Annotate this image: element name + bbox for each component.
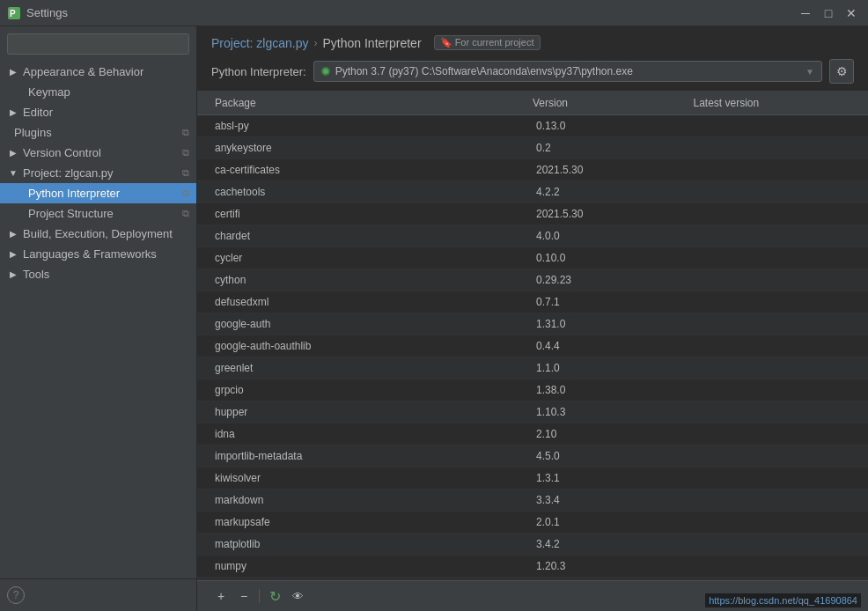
table-row[interactable]: importlib-metadata 4.5.0 [197,445,868,467]
sidebar-item-version-control-label: Version Control [23,146,101,159]
package-name: absl-py [211,118,533,134]
table-row[interactable]: matplotlib 3.4.2 [197,534,868,556]
package-version: 1.31.0 [533,316,694,332]
sidebar-item-build-exec[interactable]: ▶ Build, Execution, Deployment [0,224,196,244]
package-name: hupper [211,404,533,420]
table-row[interactable]: ca-certificates 2021.5.30 [197,159,868,181]
table-row[interactable]: anykeystore 0.2 [197,137,868,159]
table-row[interactable]: grpcio 1.38.0 [197,379,868,401]
content-header: Project: zlgcan.py › Python Interpreter … [197,26,868,92]
sidebar-item-languages[interactable]: ▶ Languages & Frameworks [0,244,196,264]
sidebar-item-editor[interactable]: ▶ Editor [0,102,196,122]
package-latest [694,470,855,486]
sidebar-item-languages-label: Languages & Frameworks [23,247,157,261]
package-name: cycler [211,250,533,266]
table-row[interactable]: hupper 1.10.3 [197,401,868,423]
copy-icon-python-interpreter: ⧉ [182,188,189,199]
refresh-packages-button[interactable]: ↻ [265,586,284,606]
package-version: 0.29.23 [533,272,694,288]
sidebar-item-plugins-label: Plugins [14,126,52,139]
package-version: 2021.5.30 [533,162,694,178]
breadcrumb-badge: 🔖 For current project [434,35,541,50]
table-row[interactable]: markdown 3.3.4 [197,490,868,512]
package-latest [694,536,855,552]
toggle-details-button[interactable]: 👁 [288,586,307,606]
sidebar-item-project-structure[interactable]: Project Structure ⧉ [0,203,196,224]
sidebar-item-python-interpreter[interactable]: Python Interpreter ⧉ [0,183,196,203]
content-area: Project: zlgcan.py › Python Interpreter … [197,26,868,611]
maximize-button[interactable]: □ [819,4,838,23]
package-version: 1.20.3 [533,558,694,574]
sidebar-item-plugins[interactable]: Plugins ⧉ [0,122,196,143]
interpreter-row: Python Interpreter: Python 3.7 (py37) C:… [211,59,854,84]
toolbar-separator [259,589,260,603]
close-button[interactable]: ✕ [842,4,861,23]
table-row[interactable]: cython 0.29.23 [197,269,868,291]
package-version: 2.0.1 [533,514,694,530]
sidebar-item-tools[interactable]: ▶ Tools [0,264,196,284]
main-layout: ▶ Appearance & Behavior Keymap ▶ Editor … [0,26,868,611]
copy-icon-project: ⧉ [182,167,189,179]
package-version: 1.1.0 [533,360,694,376]
package-latest [694,448,855,464]
table-row[interactable]: numpy 1.20.3 [197,556,868,578]
package-name: kiwisolver [211,470,533,486]
table-row[interactable]: markupsafe 2.0.1 [197,512,868,534]
interpreter-gear-button[interactable]: ⚙ [829,59,854,84]
sidebar-item-python-interpreter-label: Python Interpreter [28,187,120,200]
table-row[interactable]: certifi 2021.5.30 [197,203,868,225]
minimize-button[interactable]: ─ [796,4,815,23]
sidebar-item-version-control[interactable]: ▶ Version Control ⧉ [0,143,196,163]
copy-icon-plugins: ⧉ [182,127,189,138]
table-row[interactable]: defusedxml 0.7.1 [197,291,868,313]
table-row[interactable]: cycler 0.10.0 [197,247,868,269]
table-row[interactable]: google-auth-oauthlib 0.4.4 [197,335,868,357]
package-latest [694,162,855,178]
package-name: google-auth-oauthlib [211,338,533,354]
package-name: google-auth [211,316,533,332]
sidebar-item-keymap[interactable]: Keymap [0,82,196,102]
package-version: 4.0.0 [533,228,694,244]
package-name: grpcio [211,382,533,398]
package-name: matplotlib [211,536,533,552]
sidebar-item-project-structure-label: Project Structure [28,207,114,220]
package-latest [694,492,855,508]
package-version: 2.10 [533,426,694,442]
package-version: 3.3.4 [533,492,694,508]
package-version: 1.10.3 [533,404,694,420]
interpreter-select[interactable]: Python 3.7 (py37) C:\Software\Anaconda\e… [313,61,822,82]
package-version: 0.10.0 [533,250,694,266]
search-input[interactable] [7,33,189,55]
sidebar-item-project[interactable]: ▼ Project: zlgcan.py ⧉ [0,163,196,183]
table-row[interactable]: google-auth 1.31.0 [197,313,868,335]
package-name: markdown [211,492,533,508]
table-row[interactable]: kiwisolver 1.3.1 [197,467,868,490]
package-latest [694,360,855,376]
package-version: 1.38.0 [533,382,694,398]
table-row[interactable]: absl-py 0.13.0 [197,115,868,137]
expand-arrow-version-control: ▶ [7,147,19,159]
help-button[interactable]: ? [7,586,25,604]
interpreter-status-dot [321,67,330,76]
table-row[interactable]: cachetools 4.2.2 [197,181,868,203]
package-name: ca-certificates [211,162,533,178]
package-name: cython [211,272,533,288]
sidebar-item-build-exec-label: Build, Execution, Deployment [23,227,173,240]
breadcrumb-separator: › [314,37,318,49]
sidebar-item-keymap-label: Keymap [28,85,70,99]
package-version: 0.13.0 [533,118,694,134]
table-body: absl-py 0.13.0 anykeystore 0.2 ca-certif… [197,115,868,580]
package-latest [694,184,855,200]
add-package-button[interactable]: + [211,586,231,606]
package-version: 2021.5.30 [533,206,694,222]
table-row[interactable]: greenlet 1.1.0 [197,357,868,379]
sidebar-item-appearance[interactable]: ▶ Appearance & Behavior [0,62,196,82]
badge-text: For current project [455,37,534,48]
table-row[interactable]: idna 2.10 [197,423,868,445]
remove-package-button[interactable]: − [234,586,254,606]
table-row[interactable]: chardet 4.0.0 [197,225,868,247]
breadcrumb-project-link[interactable]: Project: zlgcan.py [211,36,309,50]
dropdown-arrow-icon: ▼ [805,67,814,77]
package-latest [694,338,855,354]
package-version: 4.5.0 [533,448,694,464]
